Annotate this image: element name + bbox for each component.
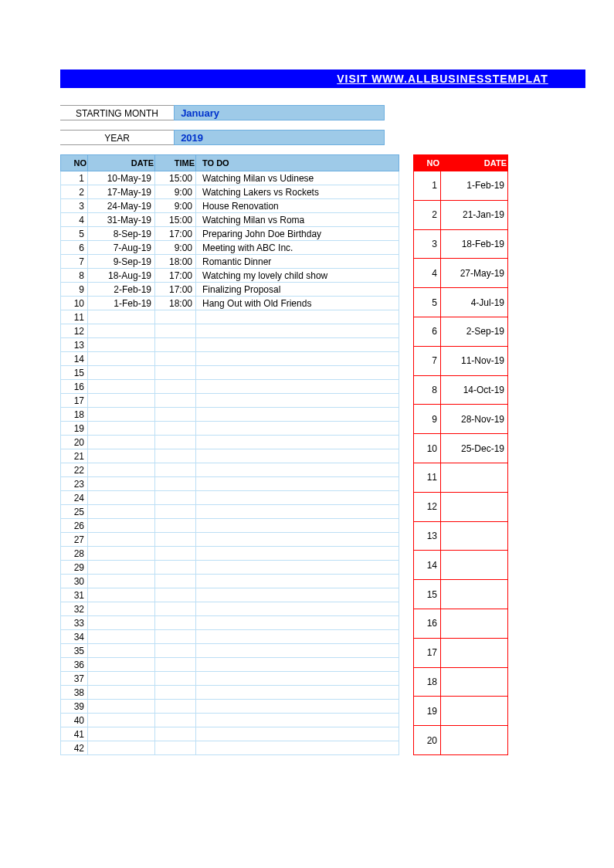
todo-cell-date[interactable]: 2-Feb-19	[88, 283, 155, 297]
todo-cell-todo[interactable]: Romantic Dinner	[196, 255, 399, 269]
todo-cell-date[interactable]	[88, 630, 155, 644]
todo-cell-todo[interactable]	[196, 741, 399, 755]
todo-cell-date[interactable]: 7-Aug-19	[88, 241, 155, 255]
todo-cell-time[interactable]	[155, 630, 196, 644]
todo-cell-todo[interactable]	[196, 561, 399, 575]
todo-cell-todo[interactable]	[196, 672, 399, 686]
todo-cell-time[interactable]: 9:00	[155, 241, 196, 255]
todo-cell-todo[interactable]: Watching Milan vs Roma	[196, 213, 399, 227]
todo-cell-time[interactable]: 17:00	[155, 227, 196, 241]
todo-cell-time[interactable]	[155, 672, 196, 686]
todo-cell-no[interactable]: 12	[61, 324, 88, 338]
date-cell-date[interactable]: 14-Oct-19	[441, 375, 508, 405]
date-cell-no[interactable]: 4	[414, 259, 441, 288]
todo-cell-todo[interactable]: Watching Lakers vs Rockets	[196, 185, 399, 199]
todo-cell-todo[interactable]	[196, 602, 399, 616]
todo-cell-time[interactable]	[155, 686, 196, 700]
date-cell-no[interactable]: 9	[414, 405, 441, 434]
todo-cell-date[interactable]: 17-May-19	[88, 185, 155, 199]
todo-cell-todo[interactable]: Watching Milan vs Udinese	[196, 171, 399, 185]
date-cell-no[interactable]: 6	[414, 317, 441, 346]
todo-cell-no[interactable]: 21	[61, 449, 88, 463]
todo-cell-todo[interactable]	[196, 575, 399, 588]
todo-cell-todo[interactable]	[196, 352, 399, 366]
todo-cell-no[interactable]: 30	[61, 575, 88, 588]
todo-cell-todo[interactable]	[196, 477, 399, 491]
todo-cell-no[interactable]: 26	[61, 519, 88, 533]
todo-cell-date[interactable]: 9-Sep-19	[88, 255, 155, 269]
todo-cell-no[interactable]: 17	[61, 394, 88, 408]
todo-cell-date[interactable]	[88, 727, 155, 741]
todo-cell-todo[interactable]: House Renovation	[196, 199, 399, 213]
todo-cell-todo[interactable]	[196, 449, 399, 463]
date-cell-date[interactable]: 21-Jan-19	[441, 200, 508, 229]
date-cell-no[interactable]: 18	[414, 667, 441, 697]
todo-cell-time[interactable]: 15:00	[155, 213, 196, 227]
todo-cell-no[interactable]: 6	[61, 241, 88, 255]
date-cell-no[interactable]: 8	[414, 375, 441, 405]
date-cell-no[interactable]: 7	[414, 346, 441, 375]
todo-cell-time[interactable]: 18:00	[155, 255, 196, 269]
todo-cell-date[interactable]	[88, 533, 155, 547]
todo-cell-time[interactable]	[155, 491, 196, 505]
todo-cell-no[interactable]: 38	[61, 686, 88, 700]
date-cell-no[interactable]: 1	[414, 171, 441, 201]
todo-cell-no[interactable]: 10	[61, 297, 88, 310]
todo-cell-time[interactable]	[155, 741, 196, 755]
date-cell-date[interactable]: 2-Sep-19	[441, 317, 508, 346]
todo-cell-todo[interactable]	[196, 714, 399, 727]
todo-cell-todo[interactable]	[196, 436, 399, 449]
todo-cell-time[interactable]	[155, 588, 196, 602]
todo-cell-no[interactable]: 1	[61, 171, 88, 185]
todo-cell-time[interactable]	[155, 477, 196, 491]
date-cell-no[interactable]: 5	[414, 288, 441, 317]
todo-cell-todo[interactable]	[196, 547, 399, 561]
todo-cell-no[interactable]: 28	[61, 547, 88, 561]
todo-cell-date[interactable]	[88, 491, 155, 505]
date-cell-date[interactable]	[441, 667, 508, 697]
year-value[interactable]: 2019	[174, 130, 385, 145]
todo-cell-date[interactable]	[88, 477, 155, 491]
todo-cell-date[interactable]	[88, 408, 155, 422]
todo-cell-time[interactable]: 9:00	[155, 199, 196, 213]
date-cell-date[interactable]: 1-Feb-19	[441, 171, 508, 201]
todo-cell-todo[interactable]	[196, 338, 399, 352]
todo-cell-time[interactable]	[155, 602, 196, 616]
todo-cell-no[interactable]: 15	[61, 366, 88, 380]
date-cell-date[interactable]	[441, 609, 508, 638]
todo-cell-no[interactable]: 18	[61, 408, 88, 422]
todo-cell-time[interactable]	[155, 727, 196, 741]
date-cell-no[interactable]: 19	[414, 697, 441, 726]
date-cell-date[interactable]: 18-Feb-19	[441, 229, 508, 259]
todo-cell-time[interactable]	[155, 380, 196, 394]
todo-cell-time[interactable]	[155, 658, 196, 672]
date-cell-no[interactable]: 14	[414, 551, 441, 580]
todo-cell-no[interactable]: 3	[61, 199, 88, 213]
todo-cell-date[interactable]	[88, 436, 155, 449]
date-cell-date[interactable]	[441, 463, 508, 492]
date-cell-date[interactable]	[441, 580, 508, 609]
todo-cell-date[interactable]	[88, 310, 155, 324]
todo-cell-no[interactable]: 2	[61, 185, 88, 199]
todo-cell-date[interactable]	[88, 352, 155, 366]
todo-cell-time[interactable]	[155, 533, 196, 547]
todo-cell-time[interactable]: 18:00	[155, 297, 196, 310]
todo-cell-todo[interactable]: Hang Out with Old Friends	[196, 297, 399, 310]
todo-cell-todo[interactable]	[196, 422, 399, 436]
todo-cell-no[interactable]: 40	[61, 714, 88, 727]
todo-cell-todo[interactable]	[196, 519, 399, 533]
todo-cell-todo[interactable]	[196, 380, 399, 394]
date-cell-date[interactable]: 4-Jul-19	[441, 288, 508, 317]
todo-cell-time[interactable]	[155, 436, 196, 449]
todo-cell-date[interactable]	[88, 422, 155, 436]
todo-cell-time[interactable]	[155, 644, 196, 658]
todo-cell-no[interactable]: 8	[61, 269, 88, 283]
todo-cell-date[interactable]	[88, 519, 155, 533]
todo-cell-time[interactable]	[155, 338, 196, 352]
date-cell-date[interactable]	[441, 638, 508, 667]
todo-cell-date[interactable]: 1-Feb-19	[88, 297, 155, 310]
todo-cell-date[interactable]	[88, 575, 155, 588]
todo-cell-date[interactable]: 31-May-19	[88, 213, 155, 227]
todo-cell-date[interactable]: 10-May-19	[88, 171, 155, 185]
todo-cell-time[interactable]: 9:00	[155, 185, 196, 199]
